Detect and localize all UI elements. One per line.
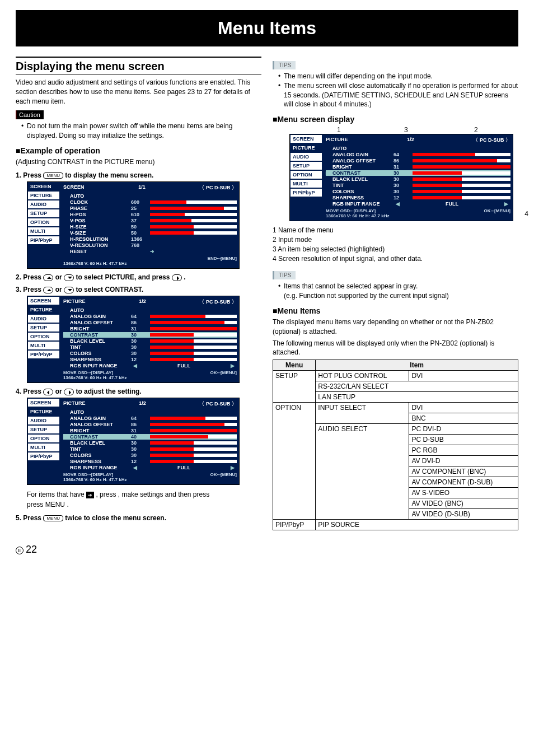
body-text: The following menus will be displayed on… — [273, 339, 518, 358]
osd-screenshot-1: SCREENPICTUREAUDIOSETUPOPTIONMULTIPIP/Pb… — [27, 181, 261, 269]
callout-2: 2 — [474, 126, 478, 134]
tips-label: TIPS — [273, 61, 296, 69]
tip-text: The menu screen will close automatically… — [278, 81, 518, 109]
intro-text: Video and audio adjustment and settings … — [16, 78, 261, 106]
right-arrow-icon — [172, 274, 182, 281]
step-4: 4. Press or to adjust the setting. — [16, 388, 261, 395]
tips-label: TIPS — [273, 271, 296, 279]
callout-3: 3 — [404, 126, 408, 134]
table-header: Item — [316, 360, 518, 371]
caution-label: Caution — [16, 110, 44, 119]
step-2: 2. Press or to select PICTURE, and press… — [16, 273, 261, 281]
callout-1: 1 — [337, 126, 341, 134]
osd-screenshot-3: SCREENPICTUREAUDIOSETUPOPTIONMULTIPIP/Pb… — [27, 398, 261, 485]
table-header: Menu — [273, 360, 316, 371]
section-heading: Displaying the menu screen — [16, 57, 261, 74]
menu-items-table: Menu Item SETUPHOT PLUG CONTROLDVIRS-232… — [273, 360, 518, 530]
caution-text: Do not turn the main power switch off wh… — [21, 122, 261, 141]
step-1: 1. Press MENU to display the menu screen… — [16, 171, 261, 179]
up-arrow-icon — [43, 274, 53, 281]
left-arrow-icon — [43, 389, 53, 395]
right-arrow-icon — [64, 389, 74, 395]
page-title: Menu Items — [16, 10, 518, 46]
osd-screenshot-annotated: 1 3 2 SCREENPICTUREAUDIOSETUPOPTIONMULTI… — [289, 126, 518, 221]
subsection-heading: ■Example of operation — [16, 146, 261, 155]
callout-4: 4 — [524, 210, 528, 218]
step-5: 5. Press MENU twice to close the menu sc… — [16, 514, 261, 522]
step-3: 3. Press or to select CONTRAST. — [16, 286, 261, 293]
osd-screenshot-2: SCREENPICTUREAUDIOSETUPOPTIONMULTIPIP/Pb… — [27, 296, 261, 383]
annotation-list: 1 Name of the menu 2 Input mode 3 An ite… — [273, 226, 518, 263]
body-text: The displayed menu items vary depending … — [273, 318, 518, 337]
tip-text: The menu will differ depending on the in… — [278, 72, 518, 81]
subsection-heading: ■Menu screen display — [273, 115, 518, 124]
subsection-heading: ■Menu Items — [273, 306, 518, 315]
down-arrow-icon — [64, 287, 74, 293]
example-subtitle: (Adjusting CONTRAST in the PICTURE menu) — [16, 157, 261, 167]
page-number: E 22 — [16, 544, 518, 556]
enter-sub-icon: ➔ — [86, 492, 94, 498]
down-arrow-icon — [64, 274, 74, 281]
menu-button-icon: MENU — [45, 501, 65, 508]
step-4-note: For items that have ➔ , press , make set… — [27, 489, 261, 510]
tip-text: Items that cannot be selected appear in … — [278, 282, 518, 301]
menu-button-icon: MENU — [43, 515, 63, 521]
menu-button-icon: MENU — [43, 172, 63, 179]
up-arrow-icon — [43, 287, 53, 293]
